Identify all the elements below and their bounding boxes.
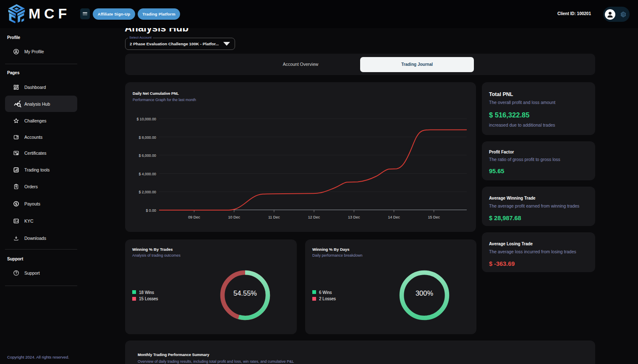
svg-text:$ 4,000.00: $ 4,000.00 (139, 172, 156, 176)
svg-text:09 Dec: 09 Dec (188, 215, 200, 219)
svg-text:300%: 300% (416, 289, 434, 297)
svg-text:$ 8,000.00: $ 8,000.00 (139, 135, 156, 140)
svg-text:15 Dec: 15 Dec (428, 215, 440, 219)
svg-text:$ 0.00: $ 0.00 (146, 208, 157, 213)
svg-text:11 Dec: 11 Dec (268, 215, 280, 219)
svg-text:$ 6,000.00: $ 6,000.00 (139, 153, 156, 158)
svg-text:14 Dec: 14 Dec (388, 215, 400, 219)
svg-text:54.55%: 54.55% (233, 289, 257, 297)
svg-text:12 Dec: 12 Dec (308, 215, 320, 219)
svg-text:$ 10,000.00: $ 10,000.00 (137, 117, 157, 121)
svg-text:13 Dec: 13 Dec (348, 215, 360, 219)
svg-text:10 Dec: 10 Dec (228, 215, 240, 219)
svg-text:$ 2,000.00: $ 2,000.00 (139, 190, 156, 194)
